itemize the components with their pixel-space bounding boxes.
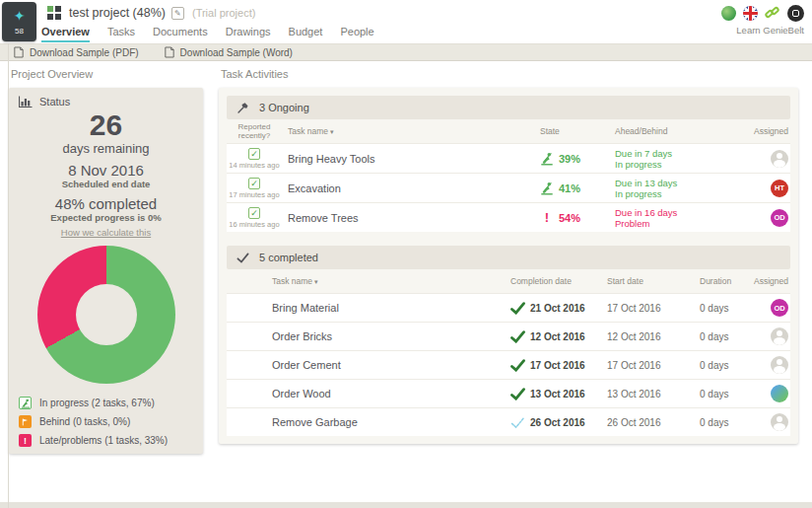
progress-percent: 41% [559,182,580,194]
sort-arrow-icon: ▾ [330,128,334,135]
task-name: Order Cement [227,359,510,371]
in-progress-icon [540,181,554,195]
task-activities-column: Task Activities 3 Ongoing Reported recen… [219,61,798,444]
avatar [771,356,788,374]
start-date: 17 Oct 2016 [607,303,700,314]
completed-group-header[interactable]: 5 completed [227,246,790,269]
expected-progress: Expected progress is 0% [19,212,193,223]
legend-label: Late/problems (1 tasks, 33%) [39,435,168,446]
activity-feed-toggle[interactable]: ✦ 58 [2,2,36,41]
completion-date: 21 Oct 2016 [530,303,585,314]
ongoing-task-row[interactable]: ✓ 14 minutes ago Bring Heavy Tools 39% D… [227,143,790,173]
tab-budget[interactable]: Budget [289,26,323,40]
duration: 0 days [700,389,759,399]
problem-exclamation-icon: ! [540,210,554,225]
completed-group-title: 5 completed [259,252,318,263]
reported-checkbox-icon[interactable]: ✓ [248,178,260,189]
reported-checkbox-icon[interactable]: ✓ [248,148,260,160]
tab-tasks[interactable]: Tasks [107,26,135,40]
scheduled-end-date-label: Scheduled end date [19,179,193,189]
status-legend: In progress (2 tasks, 67%) Behind (0 tas… [19,394,193,450]
in-progress-icon [19,397,32,409]
start-date: 13 Oct 2016 [607,389,700,399]
link-icon[interactable] [765,6,780,21]
edit-project-icon[interactable]: ✎ [171,7,184,20]
col-duration: Duration [700,276,759,286]
start-date: 17 Oct 2016 [607,360,700,371]
download-word-button[interactable]: Download Sample (Word) [165,46,293,58]
top-right-icons [721,5,804,22]
completed-check-icon [510,388,525,400]
progress-percent: 54% [559,212,580,224]
avatar: OD [771,299,788,317]
completed-check-icon [510,302,525,315]
task-name: Bring Heavy Tools [282,153,540,165]
tab-people[interactable]: People [340,26,373,40]
start-date: 12 Oct 2016 [607,331,700,342]
col-task-name[interactable]: Task name▾ [282,126,540,136]
behind-flag-icon [19,415,32,428]
ongoing-task-row[interactable]: ✓ 17 minutes ago Excavation 41% Due in 1… [227,173,790,202]
reported-checkbox-icon[interactable]: ✓ [248,207,260,219]
account-icon[interactable] [787,5,804,22]
how-we-calculate-link[interactable]: How we calculate this [19,227,193,238]
completed-task-row[interactable]: Order Cement 17 Oct 2016 17 Oct 2016 0 d… [227,350,790,379]
due-text: Due in 16 days [615,207,763,218]
tab-documents[interactable]: Documents [153,26,208,40]
scheduled-end-date: 8 Nov 2016 [19,162,193,179]
completed-task-row[interactable]: Bring Material 21 Oct 2016 17 Oct 2016 0… [227,293,790,322]
legend-behind: Behind (0 tasks, 0%) [19,412,193,431]
horizontal-scrollbar[interactable] [0,502,812,508]
download-toolbar: Download Sample (PDF) Download Sample (W… [0,43,812,61]
ongoing-table-header: Reported recently? Task name▾ State Ahea… [227,119,790,143]
project-tabs: Overview Tasks Documents Drawings Budget… [0,26,812,43]
status-text: In progress [615,188,763,199]
ongoing-task-row[interactable]: ✓ 16 minutes ago Remove Trees ! 54% Due … [227,202,790,232]
completed-task-row[interactable]: Order Bricks 12 Oct 2016 12 Oct 2016 0 d… [227,322,790,350]
activity-count-badge: 58 [15,27,24,36]
ongoing-group-title: 3 Ongoing [259,102,309,113]
completion-date: 26 Oct 2016 [530,417,585,428]
start-date: 26 Oct 2016 [607,417,700,428]
avatar [771,150,788,168]
status-text: In progress [615,159,763,170]
col-task-name[interactable]: Task name▾ [227,276,510,286]
status-card: Status 26 days remaining 8 Nov 2016 Sche… [9,88,203,454]
col-assigned: Assigned [763,126,790,136]
globe-icon[interactable] [721,6,736,21]
completed-task-row[interactable]: Remove Garbage 26 Oct 2016 26 Oct 2016 0… [227,407,790,436]
project-overview-heading: Project Overview [11,68,203,80]
status-card-header: Status [19,96,193,108]
tab-overview[interactable]: Overview [41,26,90,42]
duration: 0 days [700,331,759,342]
download-pdf-button[interactable]: Download Sample (PDF) [14,46,139,58]
project-title-row: test project (48%) ✎ (Trial project) [0,0,812,26]
task-name: Order Bricks [227,330,510,342]
col-assigned: Assigned [759,276,790,286]
due-text: Due in 7 days [615,148,763,159]
completed-task-row[interactable]: Order Wood 13 Oct 2016 13 Oct 2016 0 day… [227,379,790,407]
completed-check-icon [510,330,525,343]
learn-geniebelt-link[interactable]: Learn GenieBelt [736,25,804,36]
language-flag-icon[interactable] [743,6,758,21]
problem-exclamation-icon: ! [19,434,32,447]
days-remaining-value: 26 [19,109,193,141]
duration: 0 days [700,417,759,428]
reported-time: 16 minutes ago [229,220,279,229]
pulse-icon: ✦ [14,9,26,24]
top-bar: ✦ 58 test project (48%) ✎ (Trial project… [0,0,812,43]
status-text: Problem [615,218,763,229]
col-start-date: Start date [607,276,700,286]
col-ahead-behind: Ahead/Behind [615,126,763,136]
days-remaining-label: days remaining [19,141,193,156]
completion-date: 13 Oct 2016 [530,389,585,399]
ongoing-group-header[interactable]: 3 Ongoing [227,96,790,119]
project-title: test project (48%) [69,6,166,20]
avatar [771,327,788,345]
legend-label: In progress (2 tasks, 67%) [39,398,155,408]
completed-percentage: 48% completed [19,195,193,212]
status-donut-chart [37,246,175,384]
due-text: Due in 13 days [615,178,763,188]
tab-drawings[interactable]: Drawings [226,26,271,40]
legend-label: Behind (0 tasks, 0%) [39,416,130,427]
